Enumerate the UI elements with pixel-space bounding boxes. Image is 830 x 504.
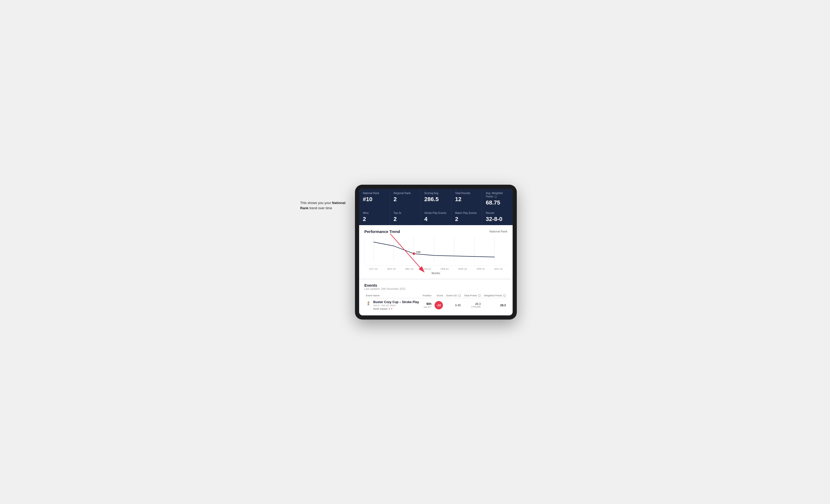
- col-score-label: Score: [437, 294, 443, 297]
- perf-header: Performance Trend National Rank: [364, 229, 507, 234]
- stats-row-2: Wins 2 Top 3s 2 Stroke Play Events 4 Mat…: [359, 209, 513, 225]
- event-total-points: 28.3 3 Rounds: [462, 298, 482, 312]
- chart-x-label: Months: [364, 272, 507, 275]
- table-row: 🏌 Buster Cozy Cup – Stroke Play Oct 9 - …: [364, 298, 507, 312]
- event-score: -22: [433, 298, 445, 312]
- annotation-part1: This shows you your: [300, 201, 332, 205]
- col-event-name-label: Event Name: [366, 294, 380, 297]
- annotation-part2: trend over time: [309, 206, 332, 210]
- events-table-header: Event Name Position Score Event SG i Tot…: [364, 293, 507, 298]
- stat-value-wins: 2: [363, 216, 386, 223]
- stat-label-avg-weighted: Avg. Weighted Points i: [486, 192, 509, 198]
- stat-label-top3s: Top 3s: [393, 211, 417, 215]
- stat-value-avg-weighted: 68.75: [486, 199, 509, 206]
- events-last-updated: Last updated: 24th November 2023: [364, 288, 507, 290]
- stat-value-match-play: 2: [455, 216, 478, 223]
- chart-rank-label: #10: [416, 250, 420, 253]
- performance-section: Performance Trend National Rank: [359, 225, 513, 278]
- stat-value-national-rank: #10: [363, 196, 386, 203]
- month-jan24: JAN 24: [423, 268, 431, 270]
- stat-value-regional-rank: 2: [393, 196, 417, 203]
- chart-datapoint: [413, 252, 415, 255]
- rank-impact-arrow-icon: ▼: [391, 308, 393, 310]
- tablet: National Rank #10 Regional Rank 2 Scorin…: [355, 185, 517, 320]
- col-weighted-points: Weighted Points i: [482, 293, 507, 298]
- avg-weighted-info-icon: i: [494, 195, 497, 198]
- event-dates: Oct 9 - Oct 10, 2023: [373, 304, 419, 307]
- stat-value-stroke-play: 4: [424, 216, 448, 223]
- month-mar24: MAR 24: [458, 268, 467, 270]
- event-details: Buster Cozy Cup – Stroke Play Oct 9 - Oc…: [373, 300, 419, 310]
- stat-scoring-avg: Scoring Avg. 286.5: [421, 189, 451, 209]
- stat-label-regional-rank: Regional Rank: [393, 192, 417, 195]
- stat-label-national-rank: National Rank: [363, 192, 386, 195]
- event-sg-value: 0.45: [455, 304, 461, 307]
- annotation: This shows you your National Rank trend …: [300, 200, 348, 211]
- rank-impact-text: Rank Impact: 3: [373, 307, 390, 310]
- stat-value-record: 32-8-0: [486, 216, 509, 223]
- col-event-sg-label: Event SG: [446, 294, 457, 297]
- golf-icon: 🏌: [366, 301, 371, 306]
- col-event-name: Event Name: [364, 293, 421, 298]
- stat-value-total-rounds: 12: [455, 196, 478, 203]
- month-may24: MAY 24: [494, 268, 503, 270]
- event-weighted-points-value: 28.3: [500, 304, 506, 307]
- event-weighted-points: 28.3: [482, 298, 507, 312]
- stat-total-rounds: Total Rounds 12: [451, 189, 482, 209]
- annotation-text: This shows you your National Rank trend …: [300, 200, 348, 211]
- month-oct23: OCT 23: [369, 268, 377, 270]
- event-sg-info-icon: i: [458, 294, 461, 297]
- stat-record: Record 32-8-0: [482, 209, 513, 225]
- events-title: Events: [364, 283, 507, 288]
- event-position-value: 6th: [422, 302, 432, 306]
- events-section: Events Last updated: 24th November 2023 …: [359, 278, 513, 315]
- event-main-name: Buster Cozy Cup – Stroke Play: [373, 300, 419, 304]
- stat-label-wins: Wins: [363, 211, 386, 215]
- total-points-info-icon: i: [478, 294, 481, 297]
- event-score-badge: -22: [435, 301, 443, 309]
- tablet-screen: National Rank #10 Regional Rank 2 Scorin…: [359, 189, 513, 315]
- month-apr24: APR 24: [477, 268, 485, 270]
- weighted-points-info-icon: i: [503, 294, 506, 297]
- col-total-points-label: Total Points: [464, 294, 477, 297]
- chart-area: #10: [364, 237, 507, 266]
- stat-regional-rank: Regional Rank 2: [390, 189, 420, 209]
- events-table: Event Name Position Score Event SG i Tot…: [364, 293, 507, 312]
- event-position-sub: out of 7: [422, 306, 432, 308]
- event-total-points-sub: 3 Rounds: [464, 305, 480, 308]
- stat-top3s: Top 3s 2: [390, 209, 420, 225]
- col-position-label: Position: [422, 294, 432, 297]
- stat-label-scoring-avg: Scoring Avg.: [424, 192, 448, 195]
- stat-stroke-play: Stroke Play Events 4: [421, 209, 451, 225]
- month-feb24: FEB 24: [441, 268, 448, 270]
- event-total-points-value: 28.3: [464, 302, 480, 305]
- stat-label-total-rounds: Total Rounds: [455, 192, 478, 195]
- stat-match-play: Match Play Events 2: [451, 209, 482, 225]
- month-labels: OCT 23 NOV 23 DEC 23 JAN 24 FEB 24 MAR 2…: [364, 267, 507, 272]
- stat-wins: Wins 2: [359, 209, 390, 225]
- stat-national-rank: National Rank #10: [359, 189, 390, 209]
- event-position: 6th out of 7: [421, 298, 433, 312]
- col-total-points: Total Points i: [462, 293, 482, 298]
- col-position: Position: [421, 293, 433, 298]
- stat-value-scoring-avg: 286.5: [424, 196, 448, 203]
- stat-avg-weighted: Avg. Weighted Points i 68.75: [482, 189, 513, 209]
- event-name-wrapper: 🏌 Buster Cozy Cup – Stroke Play Oct 9 - …: [366, 300, 419, 310]
- month-dec23: DEC 23: [405, 268, 414, 270]
- stat-label-record: Record: [486, 211, 509, 215]
- event-name-cell: 🏌 Buster Cozy Cup – Stroke Play Oct 9 - …: [364, 298, 421, 312]
- col-event-sg: Event SG i: [445, 293, 462, 298]
- rank-impact: Rank Impact: 3 ▼: [373, 307, 419, 310]
- col-score: Score: [433, 293, 445, 298]
- stat-value-top3s: 2: [393, 216, 417, 223]
- month-nov23: NOV 23: [387, 268, 395, 270]
- performance-chart: #10: [364, 237, 507, 265]
- stat-label-match-play: Match Play Events: [455, 211, 478, 215]
- event-sg: 0.45: [445, 298, 462, 312]
- col-weighted-points-label: Weighted Points: [484, 294, 502, 297]
- perf-rank-label: National Rank: [489, 230, 507, 233]
- perf-title: Performance Trend: [364, 229, 400, 234]
- stat-label-stroke-play: Stroke Play Events: [424, 211, 448, 215]
- stats-row-1: National Rank #10 Regional Rank 2 Scorin…: [359, 189, 513, 209]
